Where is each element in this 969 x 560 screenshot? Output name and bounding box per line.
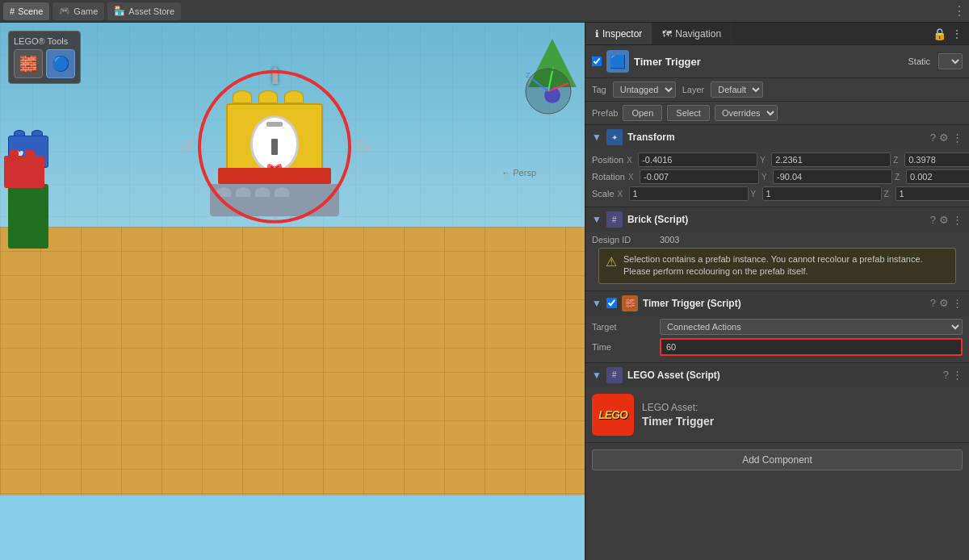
time-row: Time: [592, 338, 963, 356]
tag-label: Tag: [592, 85, 606, 94]
scale-z-input[interactable]: [896, 186, 969, 201]
lego-asset-help-btn[interactable]: ?: [943, 369, 949, 381]
lego-tools-buttons: 🧱 🔵: [14, 49, 75, 78]
overflow-icon[interactable]: ⋮: [953, 3, 966, 19]
tag-select[interactable]: Untagged: [613, 81, 676, 98]
design-id-row: Design ID 3003: [592, 235, 963, 244]
inspector-panel: ℹ Inspector 🗺 Navigation 🔒 ⋮ 🟦 Timer Tri…: [585, 23, 969, 560]
scene-viewport: Shaded 2D 💡 🔊 ✨ ⊘0 ⊞ ✕ 📷 Gizmos G+ A: [0, 23, 585, 560]
main-lego-object[interactable]: ⬆ ⬇ ↺ ↻: [226, 103, 323, 184]
scene-3d: ♥ ← Persp ⬆ ⬇ ↺ ↻: [0, 23, 585, 560]
lego-asset-label: LEGO Asset:: [642, 402, 714, 413]
rotation-row: Rotation X Y Z: [592, 169, 963, 184]
position-xyz: X Y Z: [627, 153, 969, 167]
transform-title: Transform: [627, 132, 925, 143]
static-dropdown[interactable]: [938, 53, 963, 69]
top-toolbar: # Scene 🎮 Game 🏪 Asset Store ⋮: [0, 0, 969, 23]
scale-label: Scale: [592, 189, 615, 199]
prefab-open-btn[interactable]: Open: [623, 105, 662, 121]
design-id-value: 3003: [660, 235, 963, 244]
scale-x-field: X: [618, 186, 749, 201]
base-plate: [210, 184, 339, 216]
pos-z-field: Z: [893, 153, 969, 167]
handle-up[interactable]: ⬆: [266, 63, 284, 90]
transform-fields: Position X Y Z: [585, 149, 969, 207]
brick-icon: #: [606, 211, 623, 228]
layer-select[interactable]: Default: [711, 81, 763, 98]
design-id-label: Design ID: [592, 235, 656, 244]
timer-trigger-title: Timer Trigger (Script): [643, 298, 925, 309]
timer-actions: ? ⚙ ⋮: [930, 297, 963, 309]
lego-asset-header[interactable]: ▼ # LEGO Asset (Script) ? ⋮: [585, 363, 969, 387]
transform-header[interactable]: ▼ ✦ Transform ? ⚙ ⋮: [585, 125, 969, 149]
timer-settings-btn[interactable]: ⚙: [939, 297, 949, 309]
prefab-select-btn[interactable]: Select: [667, 105, 710, 121]
timer-help-btn[interactable]: ?: [930, 297, 936, 309]
ground-bg: [0, 227, 585, 495]
store-icon: 🏪: [114, 6, 125, 16]
scale-x-input[interactable]: [629, 186, 749, 201]
timer-enabled-checkbox[interactable]: [606, 298, 617, 308]
rot-z-field: Z: [895, 169, 969, 184]
time-label: Time: [592, 342, 656, 352]
brick-script-fields: Design ID 3003 ⚠ Selection contains a pr…: [585, 232, 969, 290]
tab-game[interactable]: 🎮 Game: [52, 2, 104, 20]
more-icon-btn[interactable]: ⋮: [951, 27, 963, 40]
brick-more-btn[interactable]: ⋮: [952, 214, 963, 226]
lego-tool-active[interactable]: 🔵: [46, 49, 75, 78]
target-dropdown[interactable]: Connected Actions: [660, 319, 963, 335]
pos-y-field: Y: [760, 153, 891, 167]
position-y-input[interactable]: [771, 153, 891, 167]
rotation-y-input[interactable]: [773, 169, 892, 184]
transform-section: ▼ ✦ Transform ? ⚙ ⋮ Position X: [585, 125, 969, 207]
handle-right-rotate[interactable]: ↻: [355, 136, 371, 158]
rotation-x-input[interactable]: [640, 169, 759, 184]
tab-scene[interactable]: # Scene: [3, 2, 49, 20]
brick-help-btn[interactable]: ?: [930, 214, 936, 226]
transform-help-btn[interactable]: ?: [930, 132, 936, 144]
rot-y-field: Y: [761, 169, 892, 184]
grid-icon: #: [10, 6, 15, 16]
timer-trigger-header[interactable]: ▼ 🧱 Timer Trigger (Script) ? ⚙ ⋮: [585, 291, 969, 316]
pos-x-field: X: [627, 153, 757, 167]
lego-brick: 🎀: [226, 103, 323, 184]
prefab-overrides-dropdown[interactable]: Overrides: [715, 105, 778, 121]
static-label: Static: [908, 56, 930, 66]
lego-asset-more-btn[interactable]: ⋮: [952, 369, 963, 381]
brick-settings-btn[interactable]: ⚙: [939, 214, 949, 226]
lego-asset-content: LEGO LEGO Asset: Timer Trigger: [585, 387, 969, 442]
transform-more-btn[interactable]: ⋮: [952, 132, 963, 144]
object-header: 🟦 Timer Trigger Static: [585, 45, 969, 78]
transform-settings-btn[interactable]: ⚙: [939, 132, 949, 144]
scale-y-input[interactable]: [762, 186, 882, 201]
tab-navigation[interactable]: 🗺 Navigation: [652, 23, 732, 44]
inspector-tabs: ℹ Inspector 🗺 Navigation 🔒 ⋮: [585, 23, 969, 45]
handle-left-rotate[interactable]: ↺: [178, 136, 194, 158]
rotation-z-input[interactable]: [906, 169, 969, 184]
svg-text:Y: Y: [551, 67, 556, 71]
timer-more-btn[interactable]: ⋮: [952, 297, 963, 309]
object-enabled-checkbox[interactable]: [592, 56, 602, 66]
rotation-label: Rotation: [592, 172, 625, 182]
warning-icon: ⚠: [606, 254, 617, 270]
brick-script-title: Brick (Script): [627, 214, 925, 225]
lego-asset-info: LEGO Asset: Timer Trigger: [642, 402, 714, 428]
object-name: Timer Trigger: [634, 56, 903, 68]
tab-asset-store[interactable]: 🏪 Asset Store: [107, 2, 181, 20]
position-x-input[interactable]: [638, 153, 757, 167]
lock-icon-btn[interactable]: 🔒: [933, 27, 946, 40]
prefab-row: Prefab Open Select Overrides: [585, 102, 969, 125]
add-component-btn[interactable]: Add Component: [592, 449, 963, 470]
scale-xyz: X Y Z: [618, 186, 969, 201]
main-area: Shaded 2D 💡 🔊 ✨ ⊘0 ⊞ ✕ 📷 Gizmos G+ A: [0, 23, 969, 560]
time-input[interactable]: [660, 338, 963, 356]
scale-y-field: Y: [751, 186, 882, 201]
rot-x-field: X: [628, 169, 759, 184]
brick-script-header[interactable]: ▼ # Brick (Script) ? ⚙ ⋮: [585, 207, 969, 232]
persp-label: ← Persp: [501, 168, 536, 178]
brick-actions: ? ⚙ ⋮: [930, 214, 963, 226]
tab-inspector[interactable]: ℹ Inspector: [585, 23, 652, 44]
position-z-input[interactable]: [904, 153, 969, 167]
target-row: Target Connected Actions: [592, 319, 963, 335]
lego-tool-brick[interactable]: 🧱: [14, 49, 43, 78]
